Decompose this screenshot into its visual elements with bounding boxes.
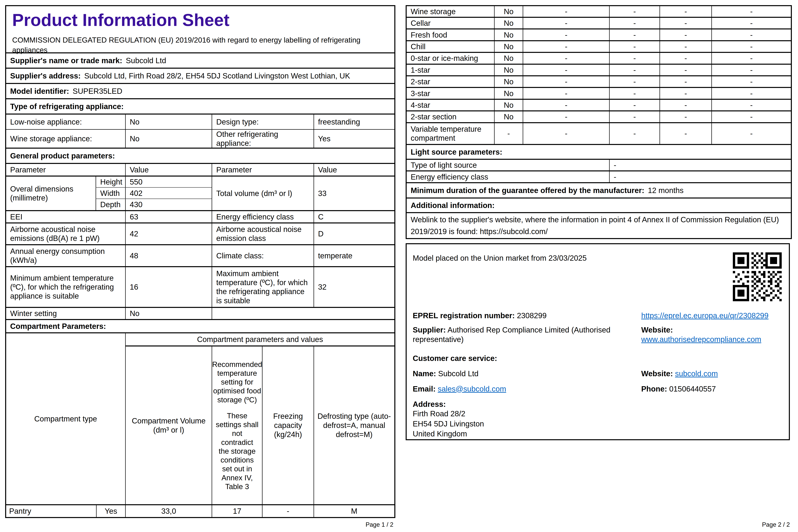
supplier-address-value: Subcold Ltd, Firth Road 28/2, EH54 5DJ S… xyxy=(84,71,350,80)
param-label: EEI xyxy=(6,211,125,222)
compartment-present: No xyxy=(494,88,522,99)
value-dash: - xyxy=(609,111,660,122)
compartment-present: No xyxy=(494,100,522,110)
value-dash: - xyxy=(711,18,791,28)
param-label: Low-noise appliance: xyxy=(6,115,125,129)
param-value: 33 xyxy=(314,176,395,210)
value-dash: - xyxy=(711,100,791,110)
param-value: 32 xyxy=(314,267,395,307)
table-row-3-star: 3-star No - - - - xyxy=(407,88,791,100)
compartment-section-header: Compartment Parameters: xyxy=(6,320,395,333)
value-dash: - xyxy=(523,53,609,63)
care-name-row: Name: Subcold Ltd xyxy=(413,369,479,378)
value-dash: - xyxy=(660,76,711,87)
param-label: Design type: xyxy=(212,115,314,129)
supplier-address-label: Supplier's address: xyxy=(10,71,81,80)
param-value: 42 xyxy=(125,224,212,244)
param-value: freestanding xyxy=(314,115,395,129)
param-value: No xyxy=(125,308,212,319)
model-identifier-label: Model identifier: xyxy=(10,87,69,96)
column-header: Value xyxy=(314,164,395,176)
address-label: Address: xyxy=(413,399,446,409)
value-dash: - xyxy=(523,123,609,144)
weblink-row: Weblink to the supplier's website, where… xyxy=(407,213,791,238)
name-value: Subcold Ltd xyxy=(438,369,478,378)
value-dash: - xyxy=(711,88,791,99)
compartment-present: No xyxy=(494,18,522,28)
table-row-variable-temperature: Variable temperature compartment - - - -… xyxy=(407,123,791,145)
value-dash: - xyxy=(711,65,791,75)
compartment-name: Fresh food xyxy=(407,30,494,40)
value-dash: - xyxy=(609,53,660,63)
supplier-website-link[interactable]: www.authorisedrepcompliance.com xyxy=(641,335,761,344)
value-dash: - xyxy=(609,100,660,110)
param-value: temperate xyxy=(314,245,395,266)
phone-value: 01506440557 xyxy=(669,384,716,393)
compartment-present: No xyxy=(494,6,522,17)
care-website-link[interactable]: subcold.com xyxy=(675,369,718,378)
table-row-chill: Chill No - - - - xyxy=(407,41,791,53)
compartment-present: No xyxy=(494,53,522,63)
compartment-present: No xyxy=(494,76,522,87)
eprel-row: EPREL registration number: 2308299 xyxy=(413,311,547,320)
compartment-present: Yes xyxy=(96,504,125,517)
dimension-value: 550 xyxy=(125,176,212,188)
value-dash: - xyxy=(711,76,791,87)
column-header: Parameter xyxy=(6,164,125,176)
table-row-0-star: 0-star or ice-making No - - - - xyxy=(407,53,791,64)
noise-row: Airborne acoustical noise emissions (dB(… xyxy=(6,224,395,245)
value-dash: - xyxy=(711,6,791,17)
value-dash: - xyxy=(711,53,791,63)
eprel-link[interactable]: https://eprel.ec.europa.eu/qr/2308299 xyxy=(641,311,768,320)
param-label: Minimum ambient temperature (ºC), for wh… xyxy=(6,267,125,307)
param-label: Total volume (dm³ or l) xyxy=(212,176,314,210)
customer-care-header: Customer care service: xyxy=(413,354,497,363)
param-label: Winter setting xyxy=(6,308,125,319)
supplier-name-value: Subcold Ltd xyxy=(126,56,166,65)
type-section-header: Type of refrigerating appliance: xyxy=(6,99,395,115)
qr-code xyxy=(733,252,782,301)
compartment-volume-header: Compartment Volume (dm³ or l) xyxy=(125,346,212,504)
value-dash: - xyxy=(523,6,609,17)
page-1-footer: Page 1 / 2 xyxy=(5,521,394,528)
param-value: - xyxy=(609,160,791,170)
param-label: Annual energy consumption (kWh/a) xyxy=(6,245,125,266)
value-dash: - xyxy=(523,65,609,75)
value-dash: - xyxy=(523,18,609,28)
care-email-row: Email: sales@subcold.com xyxy=(413,384,506,394)
address-lines: Firth Road 28/2 EH54 5DJ Livingston Unit… xyxy=(413,408,484,439)
compartment-freezing: - xyxy=(262,504,314,517)
param-header-row: Parameter Value Parameter Value xyxy=(6,164,395,177)
compartment-name: 1-star xyxy=(407,65,494,75)
value-dash: - xyxy=(523,111,609,122)
website-label: Website: xyxy=(641,325,673,334)
compartment-volume: 33,0 xyxy=(125,504,212,517)
value-dash: - xyxy=(609,76,660,87)
model-placed-text: Model placed on the Union market from 23… xyxy=(413,253,587,263)
compartment-table: Compartment type Compartment parameters … xyxy=(6,333,395,517)
table-row-1-star: 1-star No - - - - xyxy=(407,65,791,76)
care-email-link[interactable]: sales@subcold.com xyxy=(438,384,506,393)
compartment-name: Cellar xyxy=(407,18,494,28)
table-row-4-star: 4-star No - - - - xyxy=(407,100,791,111)
value-dash: - xyxy=(711,111,791,122)
param-value: Yes xyxy=(314,130,395,148)
page-1: Product Information Sheet COMMISSION DEL… xyxy=(5,5,396,518)
param-label: Type of light source xyxy=(407,160,609,170)
winter-setting-row: Winter setting No xyxy=(6,308,395,320)
additional-info-header: Additional information: xyxy=(407,198,791,213)
value-dash: - xyxy=(660,30,711,40)
param-value: No xyxy=(125,115,212,129)
value-dash: - xyxy=(660,18,711,28)
compartment-name: 3-star xyxy=(407,88,494,99)
value-dash: - xyxy=(660,123,711,144)
care-phone-row: Phone: 01506440557 xyxy=(641,384,716,394)
energy-row: Annual energy consumption (kWh/a) 48 Cli… xyxy=(6,245,395,267)
table-row-fresh-food: Fresh food No - - - - xyxy=(407,30,791,41)
param-label: Airborne acoustical noise emissions (dB(… xyxy=(6,224,125,244)
table-row-cellar: Cellar No - - - - xyxy=(407,18,791,30)
value-dash: - xyxy=(609,123,660,144)
dimension-value: 430 xyxy=(125,199,212,210)
param-value: 48 xyxy=(125,245,212,266)
care-website-row: Website: subcold.com xyxy=(641,369,718,378)
